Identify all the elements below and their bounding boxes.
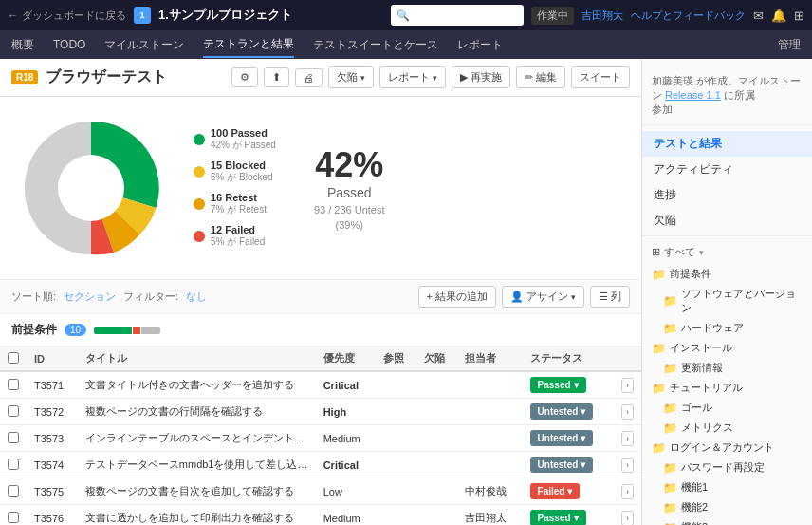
sidebar-nav-progress[interactable]: 進捗 xyxy=(642,182,812,208)
folder-icon: 📁 xyxy=(663,362,677,375)
filter-value[interactable]: なし xyxy=(186,290,207,304)
select-all-checkbox[interactable] xyxy=(8,352,19,364)
help-link[interactable]: ヘルプとフィードバック xyxy=(631,9,746,23)
rerun-btn[interactable]: ▶ 再実施 xyxy=(452,66,510,88)
tree-item[interactable]: 📁機能1 xyxy=(642,478,812,497)
section-title: 前提条件 xyxy=(11,322,57,338)
subnav-item-testrun[interactable]: テストランと結果 xyxy=(203,32,294,58)
sidebar-nav: テストと結果 アクティビティ 進捗 欠陥 xyxy=(642,129,812,235)
sidebar-info: 加藤美瑛 が作成。マイルストーン Release 1.1 に所属 参加 xyxy=(642,66,812,125)
tree-item[interactable]: 📁ソフトウェアとバージョン xyxy=(642,284,812,318)
sort-value[interactable]: セクション xyxy=(64,290,116,304)
suite-btn[interactable]: スイート xyxy=(571,66,630,88)
row-id[interactable]: T3576 xyxy=(27,505,78,526)
row-checkbox[interactable] xyxy=(8,405,19,417)
folder-icon: 📁 xyxy=(663,322,677,335)
row-assignee xyxy=(457,371,522,399)
row-id[interactable]: T3574 xyxy=(27,452,78,478)
row-ref xyxy=(376,425,416,452)
defect-label: 欠陥 xyxy=(337,70,358,84)
icon-settings-btn[interactable]: ⚙ xyxy=(231,67,258,87)
back-link[interactable]: ← ダッシュボードに戻る xyxy=(8,9,126,23)
sidebar-nav-defects[interactable]: 欠陥 xyxy=(642,208,812,234)
tree-item[interactable]: 📁パスワード再設定 xyxy=(642,458,812,478)
tree-item[interactable]: 📁前提条件 xyxy=(642,264,812,284)
row-id[interactable]: T3575 xyxy=(27,478,78,505)
row-chevron-btn[interactable]: › xyxy=(621,431,634,446)
tree-item-label: 機能3 xyxy=(681,520,708,525)
row-checkbox[interactable] xyxy=(8,485,19,497)
row-checkbox[interactable] xyxy=(8,432,19,443)
tree-item[interactable]: 📁チュートリアル xyxy=(642,378,812,398)
bell-icon[interactable]: 🔔 xyxy=(771,9,786,23)
tree-item[interactable]: 📁ログイン＆アカウント xyxy=(642,438,812,458)
status-btn[interactable]: Untested ▾ xyxy=(530,430,594,446)
tree-item[interactable]: 📁メトリクス xyxy=(642,418,812,438)
assign-btn[interactable]: 👤 アサイン ▾ xyxy=(502,286,584,308)
status-btn[interactable]: Passed ▾ xyxy=(530,510,586,525)
row-chevron-btn[interactable]: › xyxy=(621,378,634,393)
row-id[interactable]: T3571 xyxy=(27,371,78,399)
status-dropdown-arrow: ▾ xyxy=(581,433,585,443)
user-name[interactable]: 吉田翔太 xyxy=(581,9,623,23)
row-checkbox[interactable] xyxy=(8,459,19,470)
subnav-item-testsuite[interactable]: テストスイートとケース xyxy=(313,33,438,57)
status-btn[interactable]: Failed ▾ xyxy=(530,483,581,499)
add-result-btn[interactable]: + 結果の追加 xyxy=(418,286,496,308)
row-assignee xyxy=(457,399,522,425)
table-row: T3573 インラインテーブルのスペースとインデントの計算を確認する Mediu… xyxy=(0,425,641,452)
prog-green xyxy=(94,327,132,334)
subnav-item-report[interactable]: レポート xyxy=(457,33,503,57)
row-chevron-btn[interactable]: › xyxy=(621,404,634,420)
milestone-link[interactable]: Release 1.1 xyxy=(665,89,721,101)
icon-share-btn[interactable]: ⬆ xyxy=(264,67,289,87)
row-id[interactable]: T3573 xyxy=(27,425,78,452)
big-stat: 42% Passed 93 / 236 Untest (39%) xyxy=(314,145,385,231)
tree-item[interactable]: 📁ハードウェア xyxy=(642,318,812,338)
tree-item[interactable]: 📁機能3 xyxy=(642,517,812,525)
status-dropdown-arrow: ▾ xyxy=(581,406,585,417)
table-row: T3571 文書タイトル付きの文書ヘッダーを追加する Critical Pass… xyxy=(0,371,641,399)
sidebar-nav-test-results[interactable]: テストと結果 xyxy=(642,131,812,157)
mail-icon[interactable]: ✉ xyxy=(753,9,764,23)
defect-btn[interactable]: 欠陥 ▾ xyxy=(328,66,374,88)
admin-link[interactable]: 管理 xyxy=(778,37,801,53)
work-selector[interactable]: 作業中 xyxy=(531,7,574,25)
big-label: Passed xyxy=(314,185,385,200)
subnav-item-milestone[interactable]: マイルストーン xyxy=(104,33,184,57)
tree-item-label: 機能2 xyxy=(681,500,708,515)
grid-icon[interactable]: ⊞ xyxy=(794,9,804,23)
row-chevron-btn[interactable]: › xyxy=(621,458,634,473)
row-id[interactable]: T3572 xyxy=(27,399,78,425)
pie-chart xyxy=(15,112,167,264)
project-title[interactable]: 1.サンプルプロジェクト xyxy=(158,7,292,24)
icon-print-btn[interactable]: 🖨 xyxy=(295,68,323,87)
tree-item[interactable]: 📁ゴール xyxy=(642,398,812,418)
row-chevron-btn[interactable]: › xyxy=(621,511,634,526)
tree-item[interactable]: 📁インストール xyxy=(642,338,812,358)
legend-failed-sub: 5% が Failed xyxy=(211,235,265,249)
status-btn[interactable]: Untested ▾ xyxy=(530,457,594,473)
tree-header[interactable]: ⊞ すべて ▾ xyxy=(642,240,812,264)
report-btn[interactable]: レポート ▾ xyxy=(379,66,446,88)
tree-item[interactable]: 📁更新情報 xyxy=(642,358,812,378)
tree-item[interactable]: 📁機能2 xyxy=(642,497,812,517)
assign-label: アサイン xyxy=(526,290,568,304)
row-defect xyxy=(416,452,457,478)
legend-failed: 12 Failed 5% が Failed xyxy=(194,224,276,249)
row-checkbox[interactable] xyxy=(8,512,19,523)
row-checkbox[interactable] xyxy=(8,379,19,390)
status-btn[interactable]: Untested ▾ xyxy=(530,403,594,420)
subnav-item-overview[interactable]: 概要 xyxy=(11,33,34,57)
column-btn[interactable]: ☰ 列 xyxy=(590,286,630,308)
search-input[interactable] xyxy=(414,9,508,21)
edit-btn[interactable]: ✏ 編集 xyxy=(516,66,565,88)
status-btn[interactable]: Passed ▾ xyxy=(530,377,586,393)
search-bar[interactable]: 🔍 xyxy=(391,5,524,26)
legend-dot-failed xyxy=(194,231,205,242)
subnav-item-todo[interactable]: TODO xyxy=(53,34,85,55)
row-action-cell: › xyxy=(612,425,641,452)
header-actions: ⚙ ⬆ 🖨 欠陥 ▾ レポート ▾ ▶ 再実施 ✏ 編集 xyxy=(231,66,630,88)
row-chevron-btn[interactable]: › xyxy=(621,484,634,499)
sidebar-nav-activity[interactable]: アクティビティ xyxy=(642,157,812,182)
